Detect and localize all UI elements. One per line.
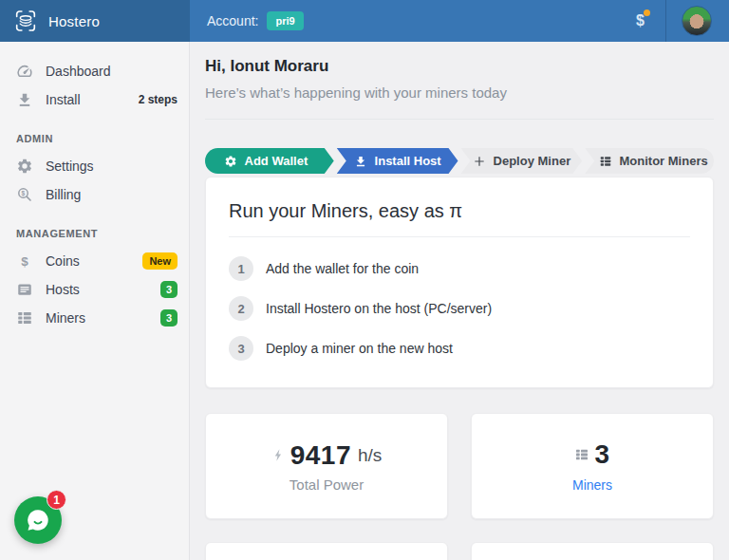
sidebar-nav: Dashboard Install 2 steps ADMIN Settings… xyxy=(0,42,190,560)
guide-step-1: 1 Add the wallet for the coin xyxy=(229,256,690,281)
page-title: Hi, Ionut Moraru xyxy=(205,55,714,78)
step-text: Add the wallet for the coin xyxy=(266,261,419,276)
total-power-unit: h/s xyxy=(358,445,382,466)
user-avatar[interactable] xyxy=(682,6,712,36)
plus-icon xyxy=(473,155,486,168)
sidebar-item-install[interactable]: Install 2 steps xyxy=(0,85,189,114)
main-content: Hi, Ionut Moraru Here’s what’s happening… xyxy=(190,42,729,560)
stats-row: 9417 h/s Total Power 3 Miners xyxy=(205,413,714,519)
sidebar-item-settings[interactable]: Settings xyxy=(0,152,189,180)
svg-text:$: $ xyxy=(22,190,26,197)
miners-count-card: 3 Miners xyxy=(471,413,714,519)
miners-link[interactable]: Miners xyxy=(572,477,612,493)
sidebar-item-label: Miners xyxy=(46,310,148,326)
wizard-step-label: Add Wallet xyxy=(245,154,308,168)
total-power-value: 9417 xyxy=(290,440,351,471)
total-power-label: Total Power xyxy=(290,476,364,493)
sidebar-item-label: Hosts xyxy=(46,282,148,297)
account-label: Account: xyxy=(207,13,258,28)
dollar-icon: $ xyxy=(16,252,33,270)
step-text: Install Hostero on the host (PC/server) xyxy=(266,301,492,316)
chat-bubble-icon xyxy=(25,507,51,533)
notification-dot xyxy=(644,9,650,16)
list-alt-icon xyxy=(16,281,33,298)
stat-card-stub xyxy=(205,542,448,560)
layers-logo-icon xyxy=(13,9,38,33)
app-header: Hostero Account: pri9 $ xyxy=(0,0,729,42)
wizard-step-label: Monitor Miners xyxy=(620,154,708,168)
sidebar-item-label: Coins xyxy=(46,253,130,269)
top-bar: Account: pri9 $ xyxy=(190,0,729,42)
billing-search-dollar-icon: $ xyxy=(16,186,33,203)
sidebar-item-label: Settings xyxy=(46,159,178,174)
step-number: 1 xyxy=(229,256,253,281)
bolt-icon xyxy=(271,448,286,462)
sidebar-item-billing[interactable]: $ Billing xyxy=(0,180,189,209)
svg-text:$: $ xyxy=(21,254,28,269)
sidebar-item-coins[interactable]: $ Coins New xyxy=(0,247,189,275)
header-rule xyxy=(205,119,714,120)
sidebar-section-admin: ADMIN xyxy=(16,133,173,144)
th-list-icon xyxy=(574,447,589,462)
brand-logo-area[interactable]: Hostero xyxy=(0,0,190,42)
th-list-icon xyxy=(16,309,33,327)
guide-title: Run your Miners, easy as π xyxy=(229,200,690,222)
guide-step-2: 2 Install Hostero on the host (PC/server… xyxy=(229,296,690,321)
sidebar-section-management: MANAGEMENT xyxy=(16,228,173,239)
total-power-card: 9417 h/s Total Power xyxy=(205,413,448,519)
gear-icon xyxy=(224,155,237,168)
sidebar-item-label: Billing xyxy=(46,187,178,202)
miners-count-badge: 3 xyxy=(160,309,178,327)
gear-icon xyxy=(16,158,33,175)
sidebar-item-dashboard[interactable]: Dashboard xyxy=(0,57,189,85)
stat-card-stub xyxy=(471,542,714,560)
miners-count-value: 3 xyxy=(594,439,609,470)
guide-step-3: 3 Deploy a miner on the new host xyxy=(229,336,690,361)
chat-unread-badge: 1 xyxy=(47,490,66,510)
step-number: 3 xyxy=(229,336,253,361)
earnings-dollar-button[interactable]: $ xyxy=(636,12,645,29)
wizard-step-install-host[interactable]: Install Host xyxy=(337,148,458,174)
wizard-step-label: Install Host xyxy=(375,154,441,168)
dollar-icon: $ xyxy=(636,12,645,28)
account-badge[interactable]: pri9 xyxy=(267,11,303,30)
install-steps-meta: 2 steps xyxy=(139,93,178,106)
brand-name: Hostero xyxy=(48,13,100,29)
step-text: Deploy a miner on the new host xyxy=(266,341,453,356)
wizard-step-monitor-miners[interactable]: Monitor Miners xyxy=(585,148,714,174)
wizard-step-deploy-miner[interactable]: Deploy Miner xyxy=(461,148,583,174)
page-subtitle: Here’s what’s happening with your miners… xyxy=(205,83,714,103)
setup-wizard-steps: Add Wallet Install Host Deploy Miner Mon… xyxy=(205,148,714,174)
header-divider xyxy=(665,0,666,42)
coins-new-badge: New xyxy=(142,252,178,270)
download-icon xyxy=(16,91,33,108)
sidebar-item-hosts[interactable]: Hosts 3 xyxy=(0,275,189,304)
wizard-step-add-wallet[interactable]: Add Wallet xyxy=(205,148,334,174)
sidebar-item-miners[interactable]: Miners 3 xyxy=(0,304,189,332)
hosts-count-badge: 3 xyxy=(160,281,178,298)
stats-row-2 xyxy=(205,542,714,560)
step-number: 2 xyxy=(229,296,253,321)
getting-started-card: Run your Miners, easy as π 1 Add the wal… xyxy=(205,177,714,388)
wizard-step-label: Deploy Miner xyxy=(494,154,571,168)
download-icon xyxy=(354,155,367,168)
th-list-icon xyxy=(599,155,612,168)
gauge-icon xyxy=(16,63,33,80)
guide-rule xyxy=(229,236,690,237)
sidebar-item-label: Install xyxy=(46,92,126,107)
sidebar-item-label: Dashboard xyxy=(46,64,178,79)
